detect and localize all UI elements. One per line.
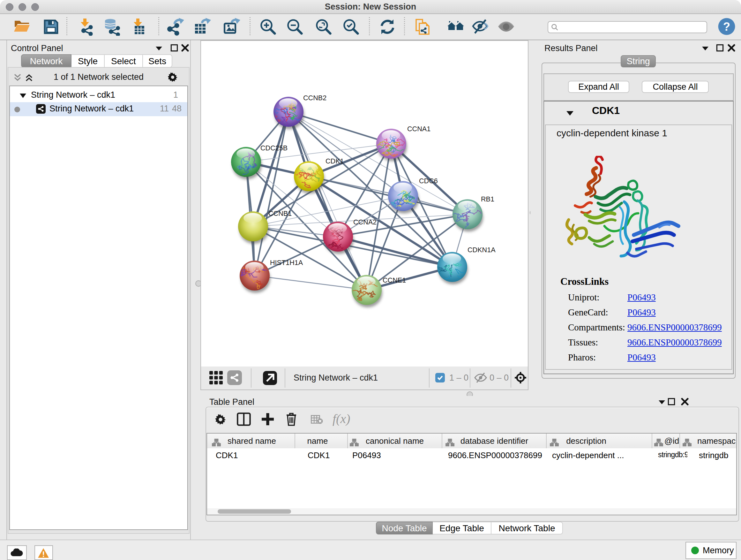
svg-text:CDK1: CDK1 [326, 157, 344, 165]
svg-text:CCNB1: CCNB1 [268, 209, 292, 217]
svg-text:CCNA2: CCNA2 [353, 218, 377, 226]
svg-text:CCNB2: CCNB2 [303, 94, 327, 102]
svg-text:?: ? [723, 20, 730, 33]
svg-text:HIST1H1A: HIST1H1A [270, 259, 303, 266]
svg-text:CCNE1: CCNE1 [383, 276, 406, 284]
svg-text:CDC6: CDC6 [419, 177, 438, 185]
svg-text:RB1: RB1 [481, 195, 494, 203]
svg-text:CCNA1: CCNA1 [407, 125, 430, 133]
svg-text:CDC25B: CDC25B [260, 144, 287, 152]
svg-text:CDKN1A: CDKN1A [468, 246, 495, 254]
